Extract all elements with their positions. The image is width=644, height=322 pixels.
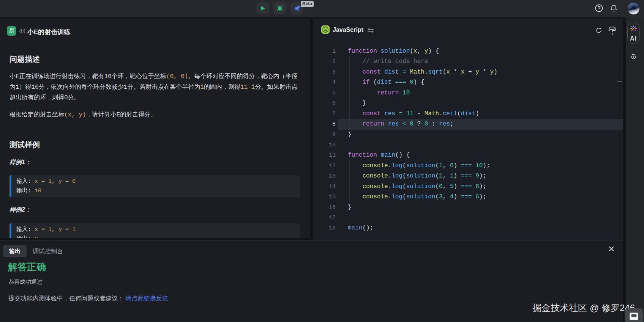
svg-text:JS: JS — [324, 28, 327, 31]
